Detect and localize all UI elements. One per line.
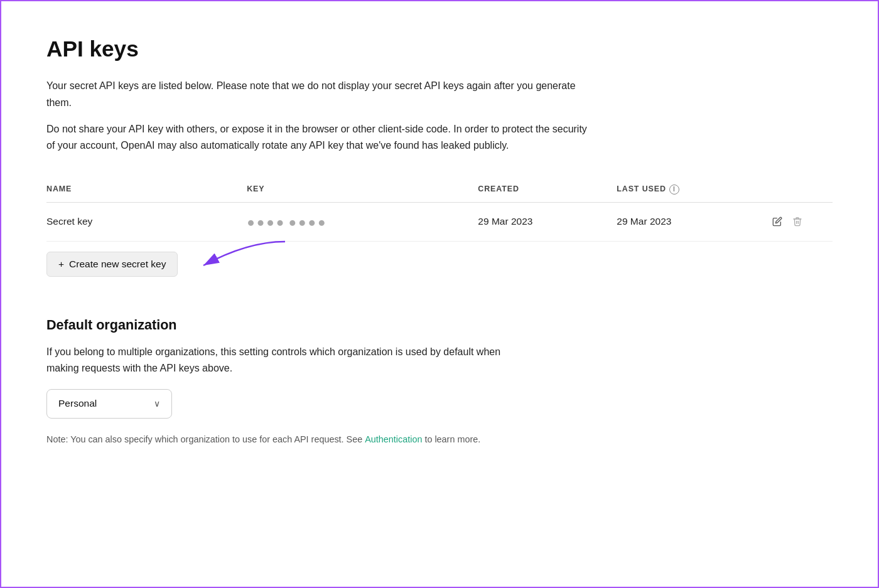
default-org-description: If you belong to multiple organizations,… [46,344,505,377]
key-value-cell: ●●●● ●●●● [247,202,478,241]
delete-key-button[interactable] [791,215,804,228]
api-keys-table: NAME KEY CREATED LAST USED i Secret ke [46,177,833,242]
delete-icon [792,216,802,227]
org-select-value: Personal [58,396,97,412]
org-select[interactable]: Personal ∨ [46,389,172,419]
last-used-info-icon[interactable]: i [669,184,679,195]
edit-icon [772,216,782,227]
key-blurred: ●●●● ●●●● [247,211,328,232]
create-button-row: + Create new secret key [46,242,833,279]
intro-para1: Your secret API keys are listed below. P… [46,78,593,111]
arrow-annotation [191,235,291,279]
key-last-used-cell: 29 Mar 2023 [617,202,770,241]
create-new-secret-key-button[interactable]: + Create new secret key [46,252,178,277]
create-key-label: Create new secret key [69,259,166,270]
default-org-section: Default organization If you belong to mu… [46,314,833,447]
default-org-title: Default organization [46,314,833,336]
edit-key-button[interactable] [771,215,784,228]
key-name-cell: Secret key [46,202,247,241]
chevron-down-icon: ∨ [154,397,160,411]
table-row: Secret key ●●●● ●●●● 29 Mar 2023 29 Mar … [46,202,833,241]
col-header-created: CREATED [478,177,617,202]
page-wrapper: API keys Your secret API keys are listed… [0,0,879,588]
col-header-last-used: LAST USED i [617,177,770,202]
page-title: API keys [46,31,833,67]
note-text: Note: You can also specify which organiz… [46,432,505,447]
key-actions-cell [771,202,833,241]
col-header-key: KEY [247,177,478,202]
plus-icon: + [58,259,64,270]
key-dots-2: ●●●● [288,211,327,232]
col-header-name: NAME [46,177,247,202]
key-created-cell: 29 Mar 2023 [478,202,617,241]
col-header-actions [771,177,833,202]
intro-para2: Do not share your API key with others, o… [46,121,593,154]
api-keys-table-section: NAME KEY CREATED LAST USED i Secret ke [46,177,833,279]
key-dots-1: ●●●● [247,211,286,232]
authentication-link[interactable]: Authentication [365,434,422,444]
